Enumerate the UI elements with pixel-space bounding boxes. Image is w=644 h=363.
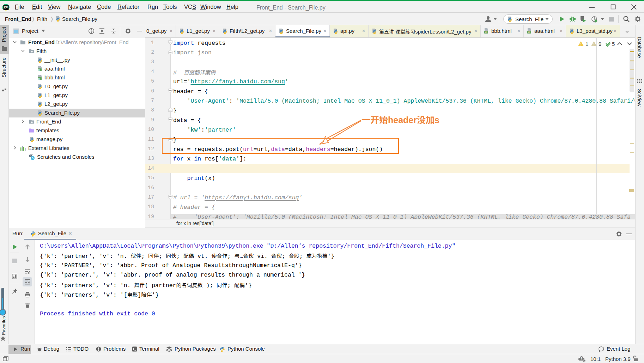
svg-text:H: H	[528, 31, 530, 34]
svg-text:1: 1	[585, 41, 588, 47]
svg-text:9: 9	[599, 41, 601, 47]
svg-text:5: 5	[612, 41, 615, 47]
svg-text:?: ?	[581, 357, 583, 360]
svg-text:H: H	[485, 31, 487, 34]
svg-text:H: H	[38, 69, 40, 71]
svg-text:PC: PC	[4, 5, 8, 9]
svg-text:H: H	[38, 78, 40, 80]
